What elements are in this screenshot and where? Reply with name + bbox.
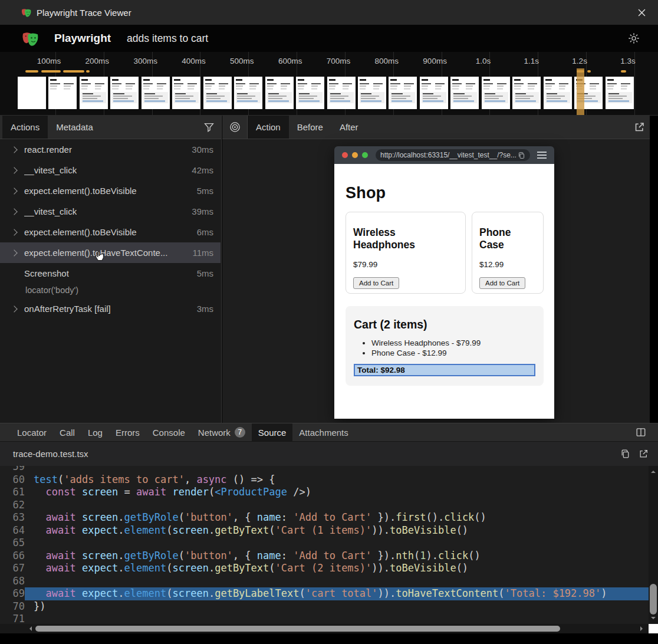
- code-line-66[interactable]: 66 await screen.getByRole('button', { na…: [0, 550, 649, 563]
- action-row-expect-element-tobevisible[interactable]: expect.element().toBeVisible6ms: [0, 222, 221, 242]
- filmstrip-thumbnail[interactable]: [606, 77, 634, 109]
- code-line-67[interactable]: 67 await expect.element(screen.getByText…: [0, 562, 649, 575]
- filmstrip-thumbnail[interactable]: [544, 77, 572, 109]
- horizontal-scrollbar[interactable]: [0, 624, 649, 633]
- tab-before[interactable]: Before: [289, 116, 331, 139]
- filmstrip-thumbnail[interactable]: [110, 77, 139, 109]
- scroll-down-arrow[interactable]: [651, 617, 656, 622]
- code-line-61[interactable]: 61 const screen = await render(<ProductP…: [0, 486, 649, 499]
- action-row-onafterretrytask-fail-[interactable]: onAfterRetryTask [fail]3ms: [0, 298, 221, 319]
- tab-metadata[interactable]: Metadata: [48, 116, 101, 139]
- filmstrip-thumbnail[interactable]: [172, 77, 200, 109]
- action-row-screenshot[interactable]: Screenshot5ms: [0, 263, 221, 284]
- copy-source-icon[interactable]: [620, 449, 630, 459]
- tab-label: Locator: [17, 428, 47, 438]
- timeline-selected-range[interactable]: [577, 68, 584, 116]
- scroll-left-arrow[interactable]: [27, 626, 32, 631]
- vertical-scroll-thumb[interactable]: [650, 584, 657, 615]
- expand-chevron-icon[interactable]: [11, 249, 17, 256]
- timeline-tick-label: 100ms: [37, 57, 61, 65]
- network-count-badge: 7: [235, 427, 245, 438]
- split-view-icon[interactable]: [636, 423, 646, 441]
- filmstrip-thumbnail[interactable]: [48, 77, 77, 109]
- snapshot-area: http://localhost:63315/__vitest_test__/?…: [222, 139, 650, 423]
- browser-url-bar[interactable]: http://localhost:63315/__vitest_test__/?…: [376, 149, 530, 161]
- filmstrip-thumbnail[interactable]: [450, 77, 479, 109]
- filmstrip-thumbnail[interactable]: [18, 77, 46, 109]
- filmstrip-thumbnail[interactable]: [482, 77, 510, 109]
- tab-source[interactable]: Source: [252, 423, 293, 441]
- filmstrip-thumbnail[interactable]: [512, 77, 541, 109]
- code-line-71[interactable]: 71: [0, 613, 649, 624]
- open-snapshot-external-icon[interactable]: [634, 116, 645, 139]
- settings-gear-icon[interactable]: [627, 32, 640, 45]
- add-to-cart-button[interactable]: Add to Cart: [353, 277, 399, 289]
- scroll-up-arrow[interactable]: [651, 468, 656, 473]
- code-line-60[interactable]: 60test('adds items to cart', async () =>…: [0, 474, 649, 487]
- line-number: 71: [0, 613, 25, 624]
- code-line-68[interactable]: 68: [0, 575, 649, 588]
- tab-locator[interactable]: Locator: [11, 423, 53, 441]
- tab-attachments[interactable]: Attachments: [292, 423, 354, 441]
- browser-menu-icon[interactable]: [537, 152, 547, 159]
- tab-errors[interactable]: Errors: [109, 423, 146, 441]
- code-line-65[interactable]: 65: [0, 537, 649, 550]
- code-line-59[interactable]: 59: [0, 466, 649, 474]
- trace-test-title: adds items to cart: [127, 32, 208, 45]
- filmstrip-thumbnail[interactable]: [327, 77, 356, 109]
- tab-call[interactable]: Call: [53, 423, 81, 441]
- timeline-tick-label: 300ms: [133, 57, 157, 65]
- tab-label: Errors: [116, 428, 140, 438]
- code-line-70[interactable]: 70}): [0, 600, 649, 613]
- action-row--vitest-click[interactable]: __vitest_click42ms: [0, 160, 221, 180]
- playwright-trace-viewer-window: Playwright Trace Viewer Playwright adds …: [0, 0, 658, 644]
- horizontal-scroll-thumb[interactable]: [35, 626, 560, 632]
- code-line-62[interactable]: 62: [0, 499, 649, 512]
- tab-actions[interactable]: Actions: [2, 116, 48, 139]
- filmstrip-thumbnail[interactable]: [80, 77, 108, 109]
- action-row-expect-element-tohavetextconte-[interactable]: expect.element().toHaveTextConte...11ms: [0, 242, 221, 263]
- tab-console[interactable]: Console: [146, 423, 192, 441]
- vertical-scrollbar[interactable]: [649, 466, 658, 624]
- filmstrip-thumbnail[interactable]: [420, 77, 448, 109]
- expand-chevron-icon[interactable]: [11, 167, 17, 173]
- action-row--vitest-click[interactable]: __vitest_click39ms: [0, 201, 221, 222]
- expand-chevron-icon[interactable]: [11, 229, 17, 235]
- code-line-64[interactable]: 64 await expect.element(screen.getByText…: [0, 524, 649, 537]
- expand-chevron-icon[interactable]: [11, 146, 17, 153]
- filmstrip-thumbnail[interactable]: [265, 77, 294, 109]
- tab-network[interactable]: Network7: [192, 423, 252, 441]
- tab-after[interactable]: After: [331, 116, 367, 139]
- filmstrip-thumbnail[interactable]: [296, 77, 324, 109]
- action-title: expect.element().toBeVisible: [24, 227, 137, 237]
- timeline-tick-label: 600ms: [278, 57, 302, 65]
- timeline-tick-label: 400ms: [182, 57, 206, 65]
- pick-locator-icon[interactable]: [222, 116, 248, 139]
- action-row-expect-element-tobevisible[interactable]: expect.element().toBeVisible5ms: [0, 180, 221, 201]
- filmstrip-thumbnail[interactable]: [234, 77, 262, 109]
- action-row-react-render[interactable]: react.render30ms: [0, 139, 221, 160]
- expand-chevron-icon[interactable]: [11, 208, 17, 215]
- copy-url-icon[interactable]: [518, 152, 525, 159]
- code-line-63[interactable]: 63 await screen.getByRole('button', { na…: [0, 511, 649, 524]
- expand-chevron-icon[interactable]: [11, 188, 17, 194]
- code-line-69[interactable]: 69 await expect.element(screen.getByLabe…: [0, 587, 649, 600]
- scroll-right-arrow[interactable]: [640, 626, 645, 631]
- filmstrip-thumbnail[interactable]: [389, 77, 417, 109]
- filmstrip-thumbnail[interactable]: [142, 77, 170, 109]
- expand-chevron-icon[interactable]: [11, 305, 17, 312]
- action-title: Screenshot: [24, 268, 69, 278]
- window-close-button[interactable]: [636, 6, 647, 18]
- add-to-cart-button[interactable]: Add to Cart: [479, 277, 525, 289]
- tab-log[interactable]: Log: [81, 423, 109, 441]
- traffic-light-red-icon: [342, 152, 348, 158]
- filmstrip-thumbnail[interactable]: [203, 77, 232, 109]
- code-text: await expect.element(screen.getByLabelTe…: [25, 587, 649, 600]
- action-duration: 39ms: [187, 206, 213, 216]
- filter-icon[interactable]: [204, 116, 214, 139]
- tab-action[interactable]: Action: [248, 116, 289, 139]
- actions-panel: ActionsMetadata react.render30ms__vitest…: [0, 116, 222, 423]
- timeline-strip[interactable]: 100ms200ms300ms400ms500ms600ms700ms800ms…: [0, 52, 658, 116]
- open-source-external-icon[interactable]: [639, 449, 649, 459]
- filmstrip-thumbnail[interactable]: [358, 77, 386, 109]
